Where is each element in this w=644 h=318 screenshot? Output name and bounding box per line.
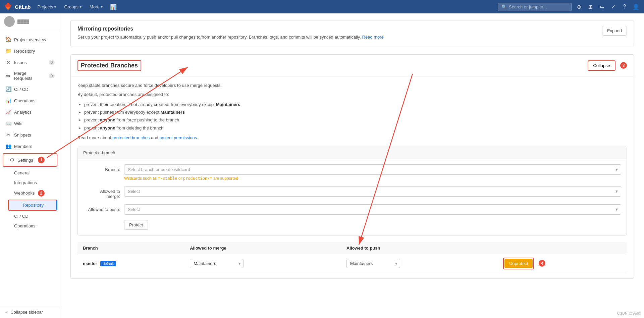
sidebar-item-issues[interactable]: ⊙ Issues 0 [0,57,60,68]
col-actions [498,242,627,254]
nav-projects[interactable]: Projects ▾ [36,4,58,9]
protect-btn-row: Protect [83,220,621,230]
nav-more[interactable]: More ▾ [88,4,104,9]
layout: ▓▓▓▓ 🏠 Project overview 📁 Repository ⊙ I… [0,13,644,318]
push-select[interactable]: Maintainers [346,259,400,268]
chevron-icon: ▾ [80,5,82,9]
chart-icon[interactable]: 📊 [109,4,117,10]
branch-select[interactable]: Select branch or create wildcard [124,164,621,175]
operations-icon: 📊 [5,98,11,104]
analytics-icon: 📈 [5,109,11,115]
search-icon: 🔍 [501,4,507,9]
sidebar: ▓▓▓▓ 🏠 Project overview 📁 Repository ⊙ I… [0,13,60,318]
sidebar-item-cicd[interactable]: 🔄 CI / CD [0,84,60,95]
sidebar-item-operations[interactable]: 📊 Operations [0,95,60,106]
protect-form: Protect a branch Branch: Select branch o… [77,147,627,235]
branch-select-wrap: Select branch or create wildcard [124,164,621,175]
default-badge: default [100,261,116,266]
protect-form-title: Protect a branch [78,147,627,159]
allowed-push-select[interactable]: Select [124,204,621,215]
cicd-icon: 🔄 [5,86,11,92]
unprotect-button[interactable]: Unprotect [504,259,533,268]
sidebar-sub-repository[interactable]: Repository [8,200,57,211]
merge-cell: Maintainers [184,254,341,273]
bullet-4: prevent anyone from deleting the branch [84,124,627,132]
bullet-2: prevent pushes from everybody except Mai… [84,108,627,116]
allowed-push-label: Allowed to push: [83,204,120,212]
sidebar-sub-cicd[interactable]: CI / CD [0,211,60,221]
nav-groups[interactable]: Groups ▾ [63,4,83,9]
wildcard-hint: Wildcards such as *-stable or production… [124,176,621,181]
terminal-icon[interactable]: ⊞ [586,4,594,10]
allowed-push-row: Allowed to push: Select [83,204,621,215]
issues-icon: ⊙ [5,59,11,65]
expand-button[interactable]: Expand [602,26,627,36]
annotation-2: 2 [38,190,45,197]
snippets-icon: ✂ [5,132,11,138]
unprotect-area: Unprotect 4 [503,258,622,269]
project-permissions-link[interactable]: project permissions [159,135,197,140]
branch-cell: master default [77,254,184,273]
collapse-sidebar-button[interactable]: « Collapse sidebar [0,306,60,318]
sidebar-item-settings[interactable]: ⚙ Settings 1 [3,153,57,167]
brand[interactable]: GitLab [4,3,31,11]
col-merge: Allowed to merge [184,242,341,254]
protected-branches-link[interactable]: protected branches [112,135,150,140]
protect-form-body: Branch: Select branch or create wildcard… [78,159,627,235]
merge-requests-icon: ⇋ [5,73,11,79]
user-name-blurred: ▓▓▓▓ [17,19,29,24]
unprotect-button-wrap: Unprotect [503,258,534,269]
col-branch: Branch [77,242,184,254]
annotation-4: 4 [539,260,545,267]
sidebar-item-analytics[interactable]: 📈 Analytics [0,106,60,118]
allowed-merge-select-wrap: Select [124,186,621,197]
branch-label: Branch: [83,164,120,172]
header-right: Collapse 3 [588,60,627,71]
user-icon[interactable]: 👤 [632,4,640,10]
bullet-3: prevent anyone from force pushing to the… [84,116,627,124]
allowed-merge-label: Allowed tomerge: [83,186,120,199]
navbar: GitLab Projects ▾ Groups ▾ More ▾ 📊 🔍 ⊕ … [0,0,644,13]
sidebar-sub-general[interactable]: General [0,168,60,178]
allowed-push-select-wrap: Select [124,204,621,215]
sidebar-item-project-overview[interactable]: 🏠 Project overview [0,34,60,45]
merge-icon[interactable]: ⇋ [598,4,606,10]
mirroring-title: Mirroring repositories [77,26,384,32]
annotation-1: 1 [38,157,45,163]
check-icon[interactable]: ✓ [609,4,617,10]
protected-branches-title: Protected Branches [77,60,141,71]
mirroring-text: Mirroring repositories Set up your proje… [77,26,384,41]
members-icon: 👥 [5,143,11,149]
table-row: master default Maintainers [77,254,627,273]
sidebar-sub-integrations[interactable]: Integrations [0,178,60,188]
protected-intro-2: By default, protected branches are desig… [77,91,627,98]
help-icon[interactable]: ? [621,4,629,10]
table-header-row: Branch Allowed to merge Allowed to push [77,242,627,254]
annotation-3: 3 [620,62,627,69]
mirroring-desc: Set up your project to automatically pus… [77,34,384,41]
allowed-merge-select[interactable]: Select [124,186,621,197]
protected-bullets: prevent their creation, if not already c… [84,101,627,132]
protected-branches-section: Protected Branches Collapse 3 Keep stabl… [70,54,634,279]
sidebar-item-snippets[interactable]: ✂ Snippets [0,129,60,141]
brand-name: GitLab [15,4,31,10]
collapse-button[interactable]: Collapse [588,60,615,71]
sidebar-sub-operations[interactable]: Operations [0,221,60,231]
search-input[interactable] [509,4,568,9]
collapse-sidebar-icon: « [5,310,8,315]
settings-icon: ⚙ [9,157,15,163]
merge-select-wrap: Maintainers [190,259,244,268]
branch-input-wrap: Select branch or create wildcard Wildcar… [124,164,621,181]
mirroring-read-more-link[interactable]: Read more [362,35,384,40]
sidebar-sub-webhooks[interactable]: Webhooks 2 [0,188,60,199]
search-bar[interactable]: 🔍 [498,3,572,11]
sidebar-item-members[interactable]: 👥 Members [0,141,60,152]
sidebar-item-repository[interactable]: 📁 Repository [0,45,60,57]
merge-select[interactable]: Maintainers [190,259,244,268]
plus-icon[interactable]: ⊕ [575,4,583,10]
sidebar-item-wiki[interactable]: 📖 Wiki [0,118,60,129]
protect-button[interactable]: Protect [124,220,148,230]
sidebar-item-merge-requests[interactable]: ⇋ Merge Requests 0 [0,68,60,84]
col-push: Allowed to push [341,242,498,254]
unprotect-cell: Unprotect 4 [498,254,627,273]
